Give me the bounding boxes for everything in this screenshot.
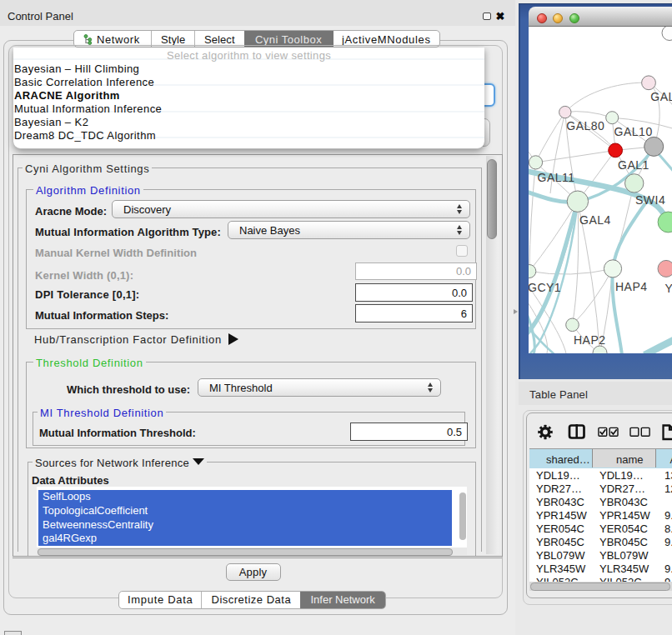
svg-text:GAL1: GAL1	[618, 158, 649, 172]
svg-text:GAL80: GAL80	[566, 119, 604, 132]
svg-text:SWI4: SWI4	[635, 193, 665, 207]
svg-text:GAL2: GAL2	[650, 90, 672, 103]
svg-text:GCY1: GCY1	[529, 281, 561, 294]
svg-text:GAL11: GAL11	[538, 171, 575, 184]
svg-text:HAP2: HAP2	[574, 333, 606, 347]
svg-text:HAP4: HAP4	[615, 280, 648, 293]
svg-text:GAL10: GAL10	[614, 125, 653, 138]
svg-text:GAL4: GAL4	[579, 213, 611, 227]
svg-text:YD: YD	[665, 282, 672, 295]
